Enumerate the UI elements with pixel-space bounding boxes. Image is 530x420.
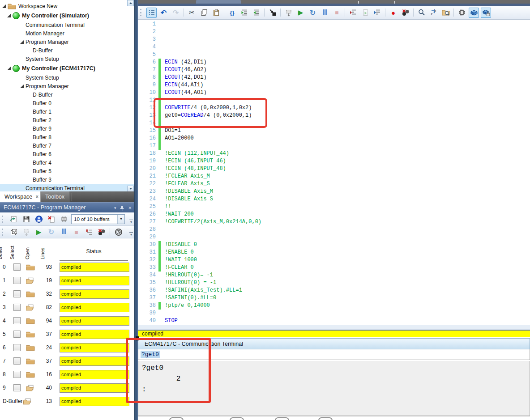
tree-item-d-buffer[interactable]: D-Buffer	[0, 90, 134, 99]
closed-folder-icon[interactable]	[26, 371, 35, 378]
vertical-splitter[interactable]	[134, 0, 138, 420]
open-folder-icon[interactable]	[26, 384, 35, 391]
closed-folder-icon[interactable]	[26, 331, 35, 338]
toolbar-grip[interactable]	[140, 9, 143, 16]
tree-item-buffer-1[interactable]: Buffer 1	[0, 107, 134, 116]
step-into-button[interactable]	[360, 8, 370, 18]
toolbar-grip[interactable]	[2, 216, 5, 223]
tree-item-buffer-0[interactable]: Buffer 0	[0, 99, 134, 107]
close-icon[interactable]: ×	[128, 204, 132, 211]
indent-button[interactable]	[239, 8, 249, 18]
tree-item-buffer-4[interactable]: Buffer 4	[0, 158, 134, 167]
select-checkbox[interactable]	[13, 304, 21, 311]
compile-small-button[interactable]	[59, 214, 69, 224]
terminal-command-input[interactable]: ?get0	[138, 349, 530, 360]
buffers-dropdown[interactable]: 10 of 10 buffers ▾	[71, 214, 125, 224]
select-checkbox[interactable]	[13, 371, 21, 378]
open-folder-icon[interactable]	[26, 277, 35, 284]
paste-button[interactable]	[211, 8, 221, 18]
redo-button[interactable]: ↷	[171, 8, 181, 18]
code-editor[interactable]: 123456ECIN (42,DI1)7ECOUT(46,AO2)8ECOUT(…	[138, 20, 530, 326]
open-buffer-button[interactable]	[9, 214, 19, 224]
expander-icon[interactable]	[20, 40, 26, 44]
tree-item-buffer-7[interactable]: Buffer 7	[0, 141, 134, 150]
terminal-output[interactable]: ?get0 2 :	[138, 361, 530, 416]
expander-icon[interactable]	[7, 67, 13, 70]
tree-item-communication-terminal[interactable]: Communication Terminal	[0, 21, 134, 29]
tree-item-buffer-2[interactable]: Buffer 2	[0, 116, 134, 124]
download-compile-button[interactable]	[21, 227, 31, 237]
closed-folder-icon[interactable]	[26, 357, 35, 365]
splitter-grip[interactable]	[136, 336, 139, 340]
save-button[interactable]	[21, 214, 31, 224]
breakpoint-button[interactable]: ●	[388, 8, 398, 18]
closed-folder-icon[interactable]	[26, 263, 35, 271]
resume-button[interactable]: ↻	[46, 227, 56, 237]
tree-item-program-manager[interactable]: Program Manager	[0, 82, 134, 90]
tree-item-buffer-8[interactable]: Buffer 8	[0, 133, 134, 141]
select-checkbox[interactable]	[13, 384, 21, 391]
pin-icon[interactable]	[120, 205, 124, 211]
toolbar-overflow-button[interactable]: ▾	[129, 220, 133, 224]
tree-item-buffer-6[interactable]: Buffer 6	[0, 150, 134, 158]
save-all-button[interactable]	[34, 214, 44, 224]
tree-item-buffer-5[interactable]: Buffer 5	[0, 167, 134, 175]
closed-folder-icon[interactable]	[26, 290, 35, 297]
tab-toolbox[interactable]: Toolbox	[40, 191, 69, 202]
select-checkbox[interactable]	[13, 357, 21, 365]
tree-item-buffer-3[interactable]: Buffer 3	[0, 175, 134, 184]
panel-menu-chevron-icon[interactable]: ▾	[114, 206, 116, 210]
compile-button[interactable]	[283, 8, 294, 18]
tree-item-my-controller-ecm41717c-[interactable]: My Controller (ECM41717C)	[0, 63, 134, 73]
resume-button[interactable]: ↻	[308, 8, 318, 18]
toolbar-overflow-button[interactable]: ▾	[129, 232, 133, 237]
clear-breakpoints-button[interactable]	[400, 8, 410, 18]
tree-item-buffer-9[interactable]: Buffer 9	[0, 124, 134, 133]
tree-item-motion-manager[interactable]: Motion Manager	[0, 29, 134, 38]
tree-item-system-setup[interactable]: System Setup	[0, 73, 134, 82]
pause-button[interactable]	[320, 8, 330, 18]
toolbar-grip[interactable]	[2, 229, 5, 236]
tree-item-communication-terminal[interactable]: Communication Terminal	[0, 184, 134, 191]
copy-button[interactable]	[199, 8, 209, 18]
tree-item-my-controller-simulator-[interactable]: My Controller (Simulator)	[0, 10, 134, 21]
select-checkbox[interactable]	[13, 277, 21, 284]
step-lines-button[interactable]	[84, 227, 94, 237]
format-braces-button[interactable]: {}	[227, 8, 237, 18]
tree-item-program-manager[interactable]: Program Manager	[0, 38, 134, 46]
expander-icon[interactable]	[7, 14, 13, 17]
hardware-chip-button[interactable]	[457, 8, 467, 18]
closed-folder-icon[interactable]	[26, 317, 35, 324]
tree-item-d-buffer[interactable]: D-Buffer	[0, 46, 134, 55]
tree-item-system-setup[interactable]: System Setup	[0, 55, 134, 63]
select-checkbox[interactable]	[13, 317, 21, 324]
tab-workspace[interactable]: Workspace ×	[0, 191, 43, 202]
tree-item-workspace-new[interactable]: Workspace New	[0, 2, 134, 10]
select-checkbox[interactable]	[13, 331, 21, 338]
stop-button[interactable]: ■	[332, 8, 342, 18]
open-folder-icon[interactable]	[26, 304, 35, 311]
simulator-box-locked-button[interactable]	[481, 8, 491, 18]
run-button[interactable]: ▶	[34, 227, 44, 237]
clear-breakpoints-button[interactable]	[96, 227, 107, 237]
pause-button[interactable]	[59, 227, 69, 237]
goto-line-button[interactable]: cb	[428, 8, 439, 18]
select-checkbox[interactable]	[13, 263, 21, 271]
run-button[interactable]: ▶	[295, 8, 306, 18]
find-button[interactable]	[416, 8, 427, 18]
cut-button[interactable]: ✂	[187, 8, 197, 18]
undo-button[interactable]: ↶	[158, 8, 169, 18]
step-out-button[interactable]	[372, 8, 382, 18]
autoroutines-button[interactable]	[113, 227, 124, 237]
find-in-files-button[interactable]	[440, 8, 451, 18]
select-all-buffers-button[interactable]	[9, 227, 19, 237]
simulator-box-button[interactable]	[469, 8, 479, 18]
download-to-controller-button[interactable]	[267, 8, 278, 18]
open-folder-icon[interactable]	[23, 398, 32, 405]
tree-scroll-down-button[interactable]	[127, 186, 134, 191]
select-checkbox[interactable]	[13, 290, 21, 297]
clear-buffer-button[interactable]	[46, 214, 56, 224]
closed-folder-icon[interactable]	[26, 344, 35, 351]
tab-close-icon[interactable]: ×	[35, 194, 38, 200]
outdent-button[interactable]	[251, 8, 261, 18]
